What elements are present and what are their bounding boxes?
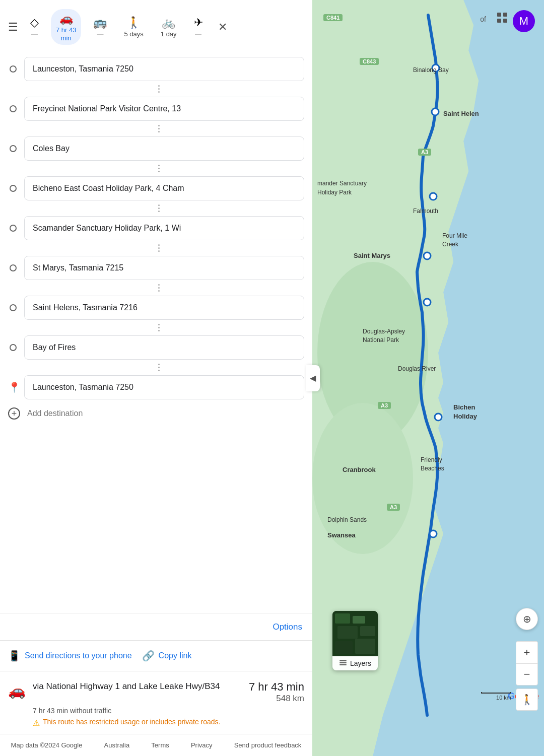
waypoint-row-1 — [0, 54, 312, 84]
stop-circle-8 — [10, 344, 17, 351]
waypoint-row-8 — [0, 332, 312, 363]
transport-walk-btn[interactable]: 🚶 5 days — [119, 13, 148, 41]
waypoint-input-8[interactable] — [24, 335, 304, 360]
location-button[interactable]: ⊕ — [516, 608, 538, 630]
bike-icon: 🚲 — [162, 16, 175, 29]
collapse-panel-button[interactable]: ◀ — [306, 365, 320, 391]
route-summary: 🚗 via National Highway 1 and Lake Leake … — [0, 671, 312, 734]
location-icon: ⊕ — [523, 613, 531, 625]
svg-point-7 — [430, 193, 437, 200]
waypoint-input-3[interactable] — [24, 136, 304, 161]
stop-circle-7 — [10, 304, 17, 311]
transport-car-btn[interactable]: 🚗 7 hr 43min — [51, 9, 81, 45]
transport-flight-btn[interactable]: ✈ — — [189, 13, 208, 41]
svg-rect-23 — [339, 662, 347, 663]
menu-icon[interactable]: ☰ — [8, 21, 18, 34]
waypoint-input-1[interactable] — [24, 57, 304, 81]
svg-point-10 — [435, 414, 442, 421]
map-panel[interactable]: C841 C843 A3 A3 A3 Binalong Bay Saint He… — [312, 0, 544, 756]
svg-rect-13 — [503, 13, 507, 17]
stop-circle-3 — [10, 145, 17, 152]
svg-point-5 — [432, 64, 439, 72]
connector-2 — [0, 124, 312, 133]
waypoint-input-4[interactable] — [24, 176, 304, 200]
destination-pin-icon: 📍 — [8, 381, 18, 393]
layers-label: Layers — [350, 659, 371, 667]
waypoint-input-7[interactable] — [24, 296, 304, 320]
svg-rect-14 — [497, 19, 501, 23]
svg-rect-15 — [503, 19, 507, 23]
transport-bike-btn[interactable]: 🚲 1 day — [156, 13, 182, 41]
scale-text: 10 km — [496, 695, 511, 701]
route-car-icon: 🚗 — [8, 682, 26, 699]
copy-link-button[interactable]: 🔗 Copy link — [142, 650, 192, 662]
waypoint-row-7 — [0, 293, 312, 323]
footer-map-data: Map data ©2024 Google — [11, 741, 83, 749]
waypoint-dot-1 — [8, 64, 18, 74]
send-phone-icon: 📱 — [8, 650, 21, 662]
footer-privacy[interactable]: Privacy — [191, 741, 213, 749]
grid-icon[interactable] — [497, 12, 508, 26]
footer-feedback[interactable]: Send product feedback — [234, 741, 302, 749]
origin-circle — [10, 65, 17, 73]
transport-transit-btn[interactable]: 🚌 — — [88, 13, 112, 41]
transit-duration: — — [97, 30, 103, 38]
waypoint-input-5[interactable] — [24, 216, 304, 240]
route-name: via National Highway 1 and Lake Leake Hw… — [33, 680, 220, 693]
footer-australia[interactable]: Australia — [104, 741, 130, 749]
add-destination-icon: + — [8, 407, 20, 420]
zoom-controls: + − — [516, 641, 538, 685]
options-row: Options — [0, 613, 312, 640]
footer: Map data ©2024 Google Australia Terms Pr… — [0, 734, 312, 756]
waypoint-dot-3 — [8, 144, 18, 154]
waypoint-dot-5 — [8, 223, 18, 233]
svg-rect-12 — [497, 13, 501, 17]
svg-rect-19 — [337, 626, 358, 639]
flight-duration: — — [195, 30, 201, 38]
stop-circle-6 — [10, 264, 17, 271]
transit-icon: 🚌 — [93, 16, 107, 29]
street-view-icon: 🚶 — [521, 694, 533, 706]
flight-icon: ✈ — [194, 16, 203, 29]
svg-rect-24 — [339, 664, 347, 665]
top-right-text: of — [480, 15, 486, 23]
waypoint-dot-4 — [8, 183, 18, 193]
waypoint-row-4 — [0, 173, 312, 203]
waypoint-row-3 — [0, 133, 312, 164]
send-section: 📱 Send directions to your phone 🔗 Copy l… — [0, 640, 312, 671]
close-button[interactable]: ✕ — [215, 18, 230, 37]
car-icon: 🚗 — [59, 12, 73, 25]
svg-rect-25 — [339, 660, 347, 661]
send-directions-button[interactable]: 📱 Send directions to your phone — [8, 650, 132, 662]
route-inputs: 📍 + Add destination — [0, 45, 312, 613]
street-view-button[interactable]: 🚶 — [516, 689, 538, 711]
warning-icon: ⚠ — [33, 718, 40, 728]
layers-label-row: Layers — [332, 656, 378, 670]
layers-thumbnail — [332, 611, 378, 656]
waypoint-input-2[interactable] — [24, 97, 304, 121]
options-button[interactable]: Options — [273, 622, 302, 632]
waypoint-row-5 — [0, 213, 312, 243]
transport-directions-btn[interactable]: ◇ — — [25, 13, 44, 41]
connector-6 — [0, 283, 312, 293]
layers-button[interactable]: Layers — [332, 611, 378, 670]
waypoint-input-9[interactable] — [24, 375, 304, 399]
footer-terms[interactable]: Terms — [151, 741, 169, 749]
waypoint-row-6 — [0, 253, 312, 283]
waypoint-dot-6 — [8, 263, 18, 273]
zoom-out-button[interactable]: − — [516, 663, 538, 685]
svg-rect-21 — [335, 641, 353, 654]
svg-point-4 — [312, 403, 413, 554]
route-details: via National Highway 1 and Lake Leake Hw… — [33, 680, 304, 728]
route-warning: ⚠ This route has restricted usage or inc… — [33, 718, 304, 728]
svg-rect-17 — [335, 613, 350, 624]
user-avatar[interactable]: M — [513, 10, 535, 32]
add-destination-row[interactable]: + Add destination — [0, 402, 312, 425]
connector-8 — [0, 363, 312, 372]
route-traffic-note: 7 hr 43 min without traffic — [33, 707, 304, 715]
zoom-in-button[interactable]: + — [516, 641, 538, 663]
scale-bar: 10 km — [481, 692, 511, 701]
waypoint-input-6[interactable] — [24, 256, 304, 280]
add-destination-label: Add destination — [27, 409, 83, 418]
walk-icon: 🚶 — [127, 16, 141, 29]
